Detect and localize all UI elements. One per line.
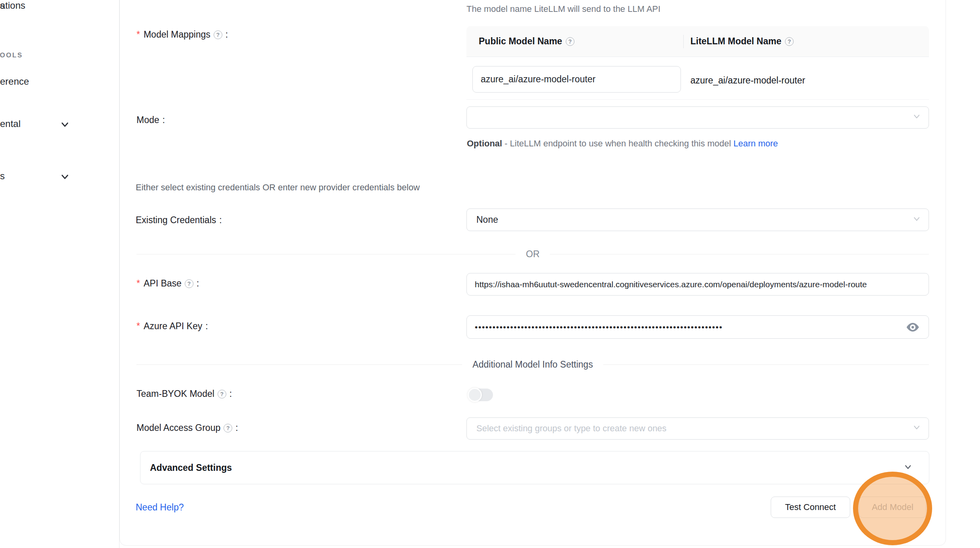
advanced-settings-panel[interactable]: Advanced Settings [140,451,929,484]
chevron-down-icon[interactable] [903,462,913,474]
model-access-group-label-text: Model Access Group [136,423,220,433]
divider-line [136,254,516,254]
mode-helper-text: - LiteLLM endpoint to use when health ch… [502,138,734,148]
sidebar-item-truncated-3[interactable]: erence [0,76,29,87]
question-circle-icon[interactable]: ? [566,37,574,46]
team-byok-toggle[interactable] [468,389,493,401]
need-help-link[interactable]: Need Help? [136,502,184,513]
mode-label: Mode: [136,115,165,125]
or-divider: OR [136,247,929,261]
model-access-group-placeholder: Select existing groups or type to create… [476,423,667,434]
additional-info-divider-text: Additional Model Info Settings [472,359,593,370]
question-circle-icon[interactable]: ? [185,279,193,288]
team-byok-label-text: Team-BYOK Model [136,389,214,399]
additional-info-divider: Additional Model Info Settings [136,357,929,372]
question-circle-icon[interactable]: ? [785,37,794,46]
existing-credentials-value: None [476,214,498,225]
litellm-model-name-header-text: LiteLLM Model Name [690,36,781,47]
api-base-input[interactable] [466,273,929,296]
model-mappings-label-text: Model Mappings [144,29,210,40]
colon: : [219,215,222,226]
colon: : [229,389,232,399]
mode-label-text: Mode [136,115,159,125]
credentials-note: Either select existing credentials OR en… [136,182,420,193]
mode-select[interactable] [466,106,929,129]
sidebar: ations s TOOLS erence ental s [0,0,119,548]
advanced-settings-title: Advanced Settings [150,463,232,473]
chevron-down-icon[interactable] [59,171,70,184]
api-base-label-text: API Base [144,278,182,289]
or-divider-text: OR [526,249,540,260]
divider-line [603,364,929,365]
table-column-divider [683,35,684,48]
colon: : [226,29,228,40]
sidebar-item-truncated-4[interactable]: ental [0,118,21,129]
api-base-label: * API Base ? : [136,278,199,289]
model-mappings-label: * Model Mappings ? : [136,29,228,40]
masked-api-key: ••••••••••••••••••••••••••••••••••••••••… [475,322,723,332]
test-connect-button[interactable]: Test Connect [771,497,850,518]
add-model-page: ations s TOOLS erence ental s The model … [0,0,980,548]
required-mark: * [136,29,140,40]
public-model-name-input[interactable] [472,66,681,93]
model-mappings-table-header: Public Model Name ? LiteLLM Model Name ? [466,26,929,57]
question-circle-icon[interactable]: ? [224,424,232,432]
team-byok-label: Team-BYOK Model ? : [136,389,232,399]
azure-api-key-label: * Azure API Key: [136,321,208,332]
chevron-down-icon [912,423,921,434]
litellm-model-name-helper: The model name LiteLLM will send to the … [466,4,660,14]
litellm-model-name-value: azure_ai/azure-model-router [690,75,805,86]
sidebar-section-tools: TOOLS [0,51,23,59]
public-model-name-header-text: Public Model Name [479,36,562,47]
sidebar-item-truncated-2[interactable]: s [0,0,5,11]
colon: : [205,321,208,332]
azure-api-key-label-text: Azure API Key [144,321,202,332]
litellm-model-name-header: LiteLLM Model Name ? [690,36,794,47]
mode-helper-bold: Optional [467,138,502,148]
model-access-group-select[interactable]: Select existing groups or type to create… [466,417,929,440]
existing-credentials-label: Existing Credentials: [136,215,222,226]
add-model-button[interactable]: Add Model [859,497,926,518]
colon: : [235,423,238,433]
chevron-down-icon[interactable] [59,119,70,132]
required-mark: * [136,321,140,332]
divider-line [136,364,462,365]
chevron-down-icon [912,112,921,123]
model-access-group-label: Model Access Group ? : [136,423,238,433]
question-circle-icon[interactable]: ? [214,30,222,39]
azure-api-key-input[interactable]: ••••••••••••••••••••••••••••••••••••••••… [466,315,929,339]
mode-helper: Optional - LiteLLM endpoint to use when … [467,136,791,152]
public-model-name-header: Public Model Name ? [479,36,574,47]
required-mark: * [136,278,140,289]
chevron-down-icon [912,214,921,226]
colon: : [197,278,199,289]
question-circle-icon[interactable]: ? [218,390,226,398]
sidebar-item-truncated-5[interactable]: s [0,171,5,182]
existing-credentials-label-text: Existing Credentials [136,215,216,226]
divider-line [550,254,929,254]
toggle-knob [468,388,482,402]
existing-credentials-select[interactable]: None [466,209,929,231]
learn-more-link[interactable]: Learn more [734,138,778,148]
eye-icon[interactable] [906,321,920,333]
colon: : [163,115,165,125]
